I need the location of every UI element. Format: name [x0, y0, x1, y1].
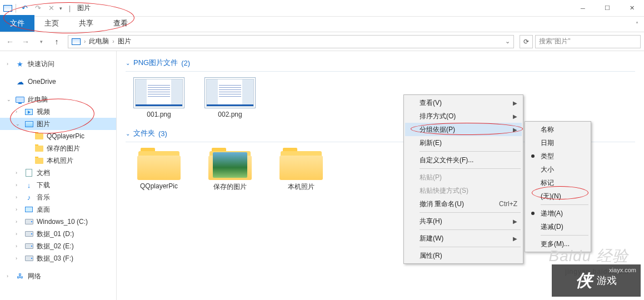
menu-item-label: 分组依据(P) — [420, 125, 455, 134]
maximize-button[interactable]: ☐ — [595, 0, 620, 16]
menu-separator — [541, 204, 588, 205]
menu-item[interactable]: 撤消 重命名(U)Ctrl+Z — [405, 197, 522, 211]
submenu-arrow-icon: ▶ — [513, 236, 517, 242]
menu-separator — [420, 212, 521, 213]
qat-delete-icon[interactable]: ✕ — [46, 3, 56, 13]
folder-item[interactable]: QQplayerPic — [132, 148, 186, 192]
close-button[interactable]: ✕ — [620, 0, 644, 16]
group-header[interactable]: ⌄ PNG图片文件 (2) — [126, 58, 635, 68]
nav-drive[interactable]: ›数据_01 (D:) — [0, 228, 116, 240]
menu-item-label: 类型 — [541, 152, 554, 161]
menu-item[interactable]: 大小 — [526, 163, 590, 176]
chevron-right-icon[interactable]: › — [84, 38, 86, 44]
menu-item[interactable]: 名称 — [526, 123, 590, 136]
nav-fwd-button[interactable]: → — [19, 35, 32, 48]
nav-quick-access[interactable]: ›★快速访问 — [0, 58, 116, 70]
menu-item[interactable]: 刷新(E) — [405, 136, 522, 149]
menu-item[interactable]: 新建(W)▶ — [405, 232, 522, 245]
nav-pic-child[interactable]: QQplayerPic — [0, 130, 116, 142]
folder-label: QQplayerPic — [140, 182, 178, 190]
address-bar[interactable]: › 此电脑 › 图片 ⌄ — [68, 35, 514, 48]
nav-music[interactable]: ›♪音乐 — [0, 191, 116, 203]
menu-item-label: 粘贴快捷方式(S) — [420, 186, 468, 196]
chevron-right-icon[interactable]: › — [112, 38, 114, 44]
nav-videos[interactable]: ›视频 — [0, 106, 116, 118]
menu-separator — [420, 247, 521, 247]
menu-item[interactable]: 排序方式(O)▶ — [405, 109, 522, 123]
folder-item[interactable]: 保存的图片 — [203, 148, 257, 192]
file-thumbnail — [133, 77, 184, 108]
menu-item[interactable]: 递减(D) — [526, 220, 590, 233]
file-label: 001.png — [147, 111, 171, 118]
menu-item-label: 递增(A) — [541, 209, 563, 218]
nav-this-pc[interactable]: ⌄此电脑 — [0, 93, 116, 106]
refresh-button[interactable]: ⟳ — [520, 35, 533, 48]
menu-item[interactable]: 递增(A) — [526, 207, 590, 220]
nav-drive[interactable]: ›Windows_10 (C:) — [0, 216, 116, 228]
folder-item[interactable]: 本机照片 — [274, 148, 328, 192]
nav-pic-child[interactable]: 保存的图片 — [0, 142, 116, 154]
menu-item[interactable]: (无)(N) — [526, 189, 590, 203]
menu-item: 粘贴快捷方式(S) — [405, 184, 522, 197]
ribbon-tabs: 文件 主页 共享 查看 ˄ — [0, 17, 644, 32]
menu-item-label: 自定义文件夹(F)... — [420, 156, 473, 165]
nav-onedrive[interactable]: ☁OneDrive — [0, 76, 116, 88]
nav-back-button[interactable]: ← — [3, 35, 17, 48]
menu-item-label: 共享(H) — [420, 217, 442, 226]
tab-view[interactable]: 查看 — [103, 15, 138, 32]
tab-home[interactable]: 主页 — [34, 15, 69, 32]
submenu-arrow-icon: ▶ — [513, 218, 517, 224]
nav-drive[interactable]: ›数据_02 (E:) — [0, 240, 116, 252]
menu-item[interactable]: 类型 — [526, 149, 590, 163]
nav-pictures[interactable]: ⌄图片 — [0, 118, 116, 130]
menu-item[interactable]: 更多(M)... — [526, 237, 590, 251]
file-item[interactable]: 001.png — [132, 77, 186, 118]
location-icon — [72, 38, 81, 45]
menu-item-label: 递减(D) — [541, 222, 563, 232]
ribbon-collapse-icon[interactable]: ˄ — [636, 21, 638, 27]
nav-downloads[interactable]: ›↓下载 — [0, 179, 116, 191]
chevron-down-icon[interactable]: ⌄ — [126, 131, 130, 137]
file-tab[interactable]: 文件 — [0, 15, 34, 32]
menu-separator — [420, 229, 521, 230]
menu-item[interactable]: 查看(V)▶ — [405, 96, 522, 109]
bullet-icon — [531, 212, 535, 215]
menu-item[interactable]: 共享(H)▶ — [405, 214, 522, 228]
address-row: ← → ▾ ↑ › 此电脑 › 图片 ⌄ ⟳ 搜索"图片" — [0, 32, 644, 51]
menu-item[interactable]: 自定义文件夹(F)... — [405, 153, 522, 167]
tab-share[interactable]: 共享 — [69, 15, 103, 32]
nav-pic-child[interactable]: 本机照片 — [0, 154, 116, 167]
menu-item-label: 大小 — [541, 165, 554, 174]
chevron-down-icon[interactable]: ⌄ — [126, 60, 130, 66]
bullet-icon — [531, 154, 535, 158]
breadcrumb[interactable]: 此电脑 — [89, 37, 109, 46]
nav-network[interactable]: ›🖧网络 — [0, 270, 116, 282]
qat-dropdown-icon[interactable]: ▾ — [59, 6, 62, 11]
nav-documents[interactable]: ›文档 — [0, 167, 116, 179]
undo-icon[interactable]: ↶ — [19, 3, 29, 13]
chevron-down-icon[interactable]: ⌄ — [505, 38, 510, 45]
folder-icon — [137, 148, 181, 180]
nav-up-button[interactable]: ↑ — [50, 35, 63, 48]
folder-icon — [208, 148, 252, 180]
menu-item[interactable]: 日期 — [526, 136, 590, 149]
folder-label: 保存的图片 — [213, 182, 247, 192]
menu-item[interactable]: 标记 — [526, 176, 590, 189]
file-item[interactable]: 002.png — [203, 77, 257, 118]
nav-drive[interactable]: ›数据_03 (F:) — [0, 252, 116, 264]
folder-icon — [279, 148, 323, 180]
breadcrumb[interactable]: 图片 — [118, 37, 131, 46]
redo-icon[interactable]: ↷ — [33, 3, 43, 13]
context-submenu: 名称日期类型大小标记(无)(N)递增(A)递减(D)更多(M)... — [525, 121, 591, 252]
menu-separator — [541, 235, 588, 236]
menu-item-label: 名称 — [541, 125, 554, 134]
menu-item[interactable]: 属性(R) — [405, 249, 522, 262]
menu-item-label: 刷新(E) — [420, 138, 442, 148]
minimize-button[interactable]: ─ — [571, 0, 595, 16]
nav-desktop[interactable]: ›桌面 — [0, 203, 116, 216]
search-input[interactable]: 搜索"图片" — [535, 35, 641, 48]
menu-item[interactable]: 分组依据(P)▶ — [405, 123, 522, 136]
menu-separator — [420, 151, 521, 152]
search-placeholder: 搜索"图片" — [539, 37, 571, 46]
nav-recent-icon[interactable]: ▾ — [34, 35, 48, 48]
